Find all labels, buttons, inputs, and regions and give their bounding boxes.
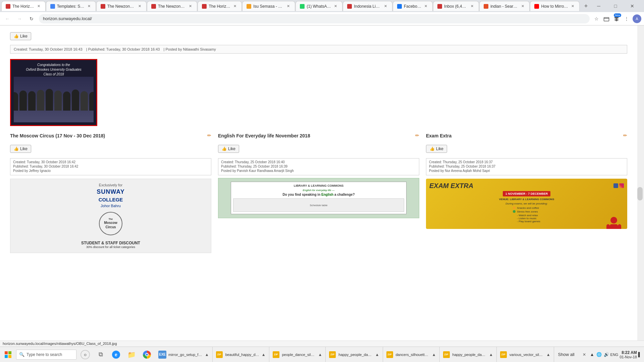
tab-8-close[interactable]: ✕ <box>383 4 388 9</box>
tab-9[interactable]: Facebook ✕ <box>393 1 433 11</box>
close-downloads-button[interactable]: ✕ <box>581 352 587 358</box>
tab-5-close[interactable]: ✕ <box>232 4 237 9</box>
taskbar-search-label: Type here to search <box>26 352 62 357</box>
like-button-english[interactable]: 👍 Like <box>218 145 239 153</box>
thumbs-up-icon-english: 👍 <box>222 146 227 151</box>
download-item-4[interactable]: ZIP happy_people_dan....zip ▲ <box>326 347 383 362</box>
english-meta: Created: Thursday, 25 October 2018 16:40… <box>218 158 419 175</box>
profile-avatar[interactable]: A <box>633 14 641 23</box>
like-button-circus[interactable]: 👍 Like <box>10 145 31 153</box>
download-item-6[interactable]: ZIP happy_people_dan....zip ▲ <box>440 347 497 362</box>
tab-10-title: Inbox (6,478) <box>444 4 468 9</box>
taskbar-edge[interactable]: e <box>109 347 123 362</box>
edit-icon-exam[interactable]: ✏ <box>623 133 627 138</box>
maximize-button[interactable]: □ <box>608 1 623 11</box>
show-all-button[interactable]: Show all <box>554 351 579 358</box>
taskbar-chrome[interactable] <box>140 347 154 362</box>
tab-4-favicon <box>151 4 156 9</box>
english-meta-created: Created: Thursday, 25 October 2018 16:40 <box>221 160 416 164</box>
download-item-5[interactable]: ZIP dancers_silhouette....zip ▲ <box>383 347 440 362</box>
like-button-exam[interactable]: 👍 Like <box>426 145 447 153</box>
exam-venue-label: VENUE: LIBRARY & LEARNING COMMONS <box>499 198 554 201</box>
tab-bar: The Horizon ✕ Templates: St... ✕ The New… <box>0 0 644 12</box>
tab-7-close[interactable]: ✕ <box>333 4 338 9</box>
address-input[interactable] <box>39 14 590 23</box>
taskbar-file-explorer[interactable]: 📁 <box>124 347 139 362</box>
download-arrow-7[interactable]: ▲ <box>546 352 550 357</box>
like-label-exam: Like <box>436 146 443 151</box>
download-arrow-2[interactable]: ▲ <box>262 352 266 357</box>
tab-active[interactable]: The Horizon ✕ <box>1 1 46 11</box>
tab-6[interactable]: Isu Semasa - S... ✕ <box>242 1 295 11</box>
exam-date-range: 1 NOVEMBER - 7 DECEMBER <box>503 191 551 196</box>
download-bar: EXE mirror_go_setup_f....exe ▲ ZIP beaut… <box>156 347 554 362</box>
tab-7[interactable]: (1) WhatsApp ✕ <box>296 1 342 11</box>
tray-icons: ▲ 🌐 🔊 <box>590 352 609 357</box>
forward-button[interactable]: → <box>15 14 24 23</box>
tab-6-close[interactable]: ✕ <box>286 4 291 9</box>
english-title: English For Everyday life November 2018 <box>218 133 310 139</box>
exam-item-watch: - Watch and relax <box>513 214 540 217</box>
scroll-thumb[interactable] <box>637 187 643 200</box>
tab-10-close[interactable]: ✕ <box>470 4 475 9</box>
tab-close-btn[interactable]: ✕ <box>36 4 41 9</box>
download-icon-3: ZIP <box>272 351 280 359</box>
download-arrow-3[interactable]: ▲ <box>318 352 322 357</box>
tab-8[interactable]: Indonesia Lio... ✕ <box>343 1 392 11</box>
download-item-3[interactable]: ZIP people_dance_silh....zip ▲ <box>269 347 326 362</box>
minimize-button[interactable]: ─ <box>591 1 606 11</box>
exam-extra-heading: EXAM EXTRA <box>429 182 473 190</box>
bookmark-icon[interactable]: ☆ <box>592 15 600 23</box>
back-button[interactable]: ← <box>3 14 12 23</box>
download-arrow-5[interactable]: ▲ <box>432 352 436 357</box>
cast-icon[interactable] <box>602 15 610 23</box>
windows-logo-icon <box>5 351 11 358</box>
tray-show-hidden-icon[interactable]: ▲ <box>590 352 594 357</box>
right-scrollbar[interactable] <box>637 25 644 362</box>
edit-icon-circus[interactable]: ✏ <box>207 133 211 138</box>
start-button[interactable] <box>0 347 16 362</box>
svg-rect-2 <box>610 224 618 229</box>
taskbar-cortana[interactable]: ○ <box>78 347 93 362</box>
new-tab-button[interactable]: + <box>581 1 591 11</box>
tab-9-favicon <box>397 4 402 9</box>
tab-11[interactable]: indian - Searc... ✕ <box>479 1 530 11</box>
tray-network-icon[interactable]: 🌐 <box>596 352 602 357</box>
clock-display[interactable]: 8:22 AM 01-Nov-18 <box>620 350 637 359</box>
tab-2-close[interactable]: ✕ <box>87 4 92 9</box>
download-arrow-1[interactable]: ▲ <box>205 352 209 357</box>
edit-icon-english[interactable]: ✏ <box>415 133 419 138</box>
moscow-circus-title: The Moscow Circus (17 Nov - 30 Dec 2018) <box>10 133 105 139</box>
tab-2[interactable]: Templates: St... ✕ <box>46 1 96 11</box>
taskbar-task-view[interactable]: ⧉ <box>93 347 108 362</box>
tab-3[interactable]: The Newzone... ✕ <box>96 1 147 11</box>
show-desktop-button[interactable]: ▌ <box>638 352 641 357</box>
download-arrow-6[interactable]: ▲ <box>489 352 493 357</box>
like-button-top[interactable]: 👍 Like <box>10 32 31 40</box>
download-arrow-4[interactable]: ▲ <box>375 352 379 357</box>
taskbar-search[interactable]: 🔍 Type here to search <box>16 350 76 360</box>
tab-5[interactable]: The Horizon ✕ <box>198 1 242 11</box>
tab-12-close[interactable]: ✕ <box>570 4 575 9</box>
menu-button[interactable]: ⋮ <box>623 15 631 23</box>
tab-10[interactable]: Inbox (6,478) ✕ <box>433 1 479 11</box>
download-icon-6: ZIP <box>442 351 450 359</box>
browser-chrome: The Horizon ✕ Templates: St... ✕ The New… <box>0 0 644 25</box>
download-item-7[interactable]: ZIP various_vector_silh....zip ▲ <box>497 347 554 362</box>
tab-4[interactable]: The Newzone... ✕ <box>147 1 197 11</box>
tab-10-favicon <box>437 4 442 9</box>
exam-item-snacks-label: Snacks and coffee <box>517 206 539 209</box>
download-item-1[interactable]: EXE mirror_go_setup_f....exe ▲ <box>156 347 213 362</box>
tray-volume-icon[interactable]: 🔊 <box>604 352 609 357</box>
tab-9-close[interactable]: ✕ <box>423 4 428 9</box>
tab-3-close[interactable]: ✕ <box>137 4 142 9</box>
download-item-2[interactable]: ZIP beautiful_happy_di....zip ▲ <box>213 347 269 362</box>
tray-lang-label[interactable]: ENG <box>610 353 619 357</box>
tab-12[interactable]: How to Mirror... ✕ <box>530 1 580 11</box>
close-window-button[interactable]: ✕ <box>625 1 640 11</box>
tab-4-close[interactable]: ✕ <box>188 4 193 9</box>
download-name-4: happy_people_dan....zip <box>338 353 373 357</box>
content-area: 👍 Like Created: Tuesday, 30 October 2018… <box>0 25 637 362</box>
refresh-button[interactable]: ↻ <box>27 14 36 23</box>
tab-11-close[interactable]: ✕ <box>520 4 525 9</box>
